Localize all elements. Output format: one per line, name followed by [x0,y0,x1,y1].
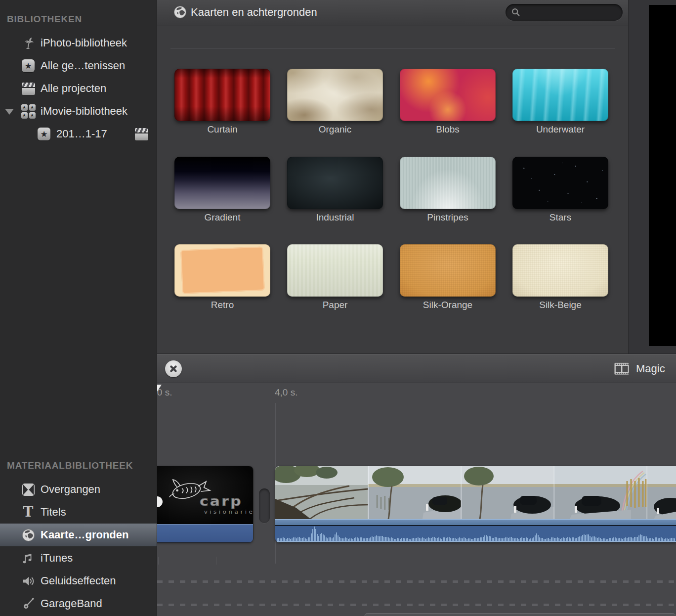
background-thumbnail-image[interactable] [512,157,608,209]
background-thumbnail-label: Gradient [174,212,270,223]
sidebar-item-201-1-17[interactable]: ★201…1-17 [0,123,157,145]
sidebar-item-iphoto-bibliotheek[interactable]: iPhoto-bibliotheek [0,32,157,54]
sidebar-item-itunes[interactable]: iTunes [0,547,157,570]
background-thumbnail-label: Silk-Orange [400,300,496,310]
sidebar-item-titels[interactable]: TTitels [0,501,157,524]
background-thumbnail-image[interactable] [400,244,496,297]
background-thumbnail-image[interactable] [174,157,270,209]
viewer-panel [629,0,676,353]
retro-inner-card [180,247,265,294]
ruler-gridline [158,557,159,565]
clapperboard-icon [134,128,149,140]
background-thumbnail-label: Underwater [512,124,608,135]
background-thumbnail-label: Retro [174,300,270,310]
search-field[interactable] [506,4,623,21]
background-thumbnail-industrial: Industrial [287,157,383,226]
magic-movie-control[interactable]: Magic [614,354,665,383]
sidebar-item-label: iTunes [41,552,73,565]
sidebar: BIBLIOTHEKEN iPhoto-bibliotheek★Alle ge…… [0,0,157,616]
sidebar-item-alle-projecten[interactable]: Alle projecten [0,77,157,100]
star-badge-icon: ★ [36,127,52,141]
sidebar-item-label: Kaarte…gronden [41,528,128,541]
guitar-icon [20,596,37,611]
timeline-toolbar: Magic [157,353,676,383]
background-thumbnail-label: Pinstripes [400,212,496,223]
background-thumbnail-curtain: Curtain [174,69,270,138]
titles-icon: T [20,505,37,520]
background-thumbnail-image[interactable] [287,157,383,209]
backgrounds-browser: Kaarten en achtergronden CurtainOrganicB… [157,0,629,353]
background-thumbnail-stars: Stars [512,157,608,226]
close-browser-button[interactable] [165,360,182,377]
audio-waveform [275,526,676,542]
background-thumbnail-image[interactable] [400,157,496,209]
sidebar-item-geluidseffecten[interactable]: Geluidseffecten [0,570,157,592]
audio-band [275,519,676,525]
sidebar-item-label: Geluidseffecten [41,574,116,587]
title-card-clip-video: carp visionaries [157,466,253,524]
filmstrip-icon [614,362,629,375]
sidebar-item-kaarte-gronden[interactable]: Kaarte…gronden [0,524,157,546]
sidebar-item-label: Alle ge…tenissen [41,59,125,72]
background-thumbnail-retro: Retro [174,244,270,313]
background-thumbnail-image[interactable] [512,69,608,121]
background-thumbnail-paper: Paper [287,244,383,313]
search-icon [511,7,521,17]
viewer-screen [649,5,676,346]
imovie-window: BIBLIOTHEKEN iPhoto-bibliotheek★Alle ge…… [0,0,676,616]
transition-well[interactable] [259,488,270,523]
timeline: 3,0 s.4,0 s. carp visionaries [157,383,676,616]
background-thumbnail-image[interactable] [400,69,496,121]
ruler-gridline [216,557,216,565]
sidebar-item-imovie-bibliotheek[interactable]: ★★★★iMovie-bibliotheek [0,100,157,123]
background-thumbnail-label: Curtain [174,124,270,135]
disclosure-triangle-icon[interactable] [5,109,14,115]
drop-zone-dashed-line [157,604,676,606]
star-grid-icon: ★★★★ [20,104,37,119]
title-card-clip[interactable]: carp visionaries [157,466,253,542]
logo-text-secondary: visionaries [204,509,253,515]
background-thumbnail-image[interactable] [174,69,270,121]
globe-icon [20,528,37,542]
browser-header: Kaarten en achtergronden [157,0,628,26]
playhead-icon[interactable] [157,385,162,392]
background-thumbnail-label: Blobs [400,124,496,135]
speaker-icon [20,573,37,588]
sidebar-item-label: GarageBand [41,597,102,610]
sidebar-item-alle-ge-tenissen[interactable]: ★Alle ge…tenissen [0,54,157,77]
background-thumbnail-image[interactable] [287,69,383,121]
background-thumbnail-underwater: Underwater [512,69,608,138]
sidebar-item-label: iPhoto-bibliotheek [41,37,127,49]
palm-tree-icon [20,36,37,50]
carp-visionaries-logo: carp visionaries [157,466,253,524]
sidebar-item-label: Titels [41,506,66,519]
title-card-clip-audio [157,524,253,542]
libraries-header: BIBLIOTHEKEN [0,14,157,25]
close-icon [168,363,179,374]
sidebar-item-overgangen[interactable]: Overgangen [0,478,157,501]
background-thumbnail-gradient: Gradient [174,157,270,226]
background-thumbnail-label: Industrial [287,212,383,223]
search-input[interactable] [521,7,629,18]
ruler-label: 4,0 s. [275,387,297,398]
transition-icon [20,482,37,497]
video-clip[interactable] [275,466,676,542]
background-thumbnail-blobs: Blobs [400,69,496,138]
globe-icon [173,5,187,19]
separator [170,48,615,48]
background-thumbnail-pinstripes: Pinstripes [400,157,496,226]
background-thumbnail-image[interactable] [174,244,270,297]
background-music-well[interactable] [364,613,676,616]
background-thumbnail-image[interactable] [512,244,608,297]
magic-label: Magic [636,362,665,375]
browser-title: Kaarten en achtergronden [191,0,317,26]
music-note-icon [20,551,37,566]
drop-zone-dashed-line [157,580,676,583]
sidebar-item-label: iMovie-bibliotheek [41,105,127,118]
background-thumbnail-organic: Organic [287,69,383,138]
sidebar-item-garageband[interactable]: GarageBand [0,592,157,615]
background-thumbnail-image[interactable] [287,244,383,297]
star-badge-icon: ★ [20,58,37,73]
background-thumbnail-silk-orange: Silk-Orange [400,244,496,313]
sidebar-item-label: Overgangen [41,483,100,496]
